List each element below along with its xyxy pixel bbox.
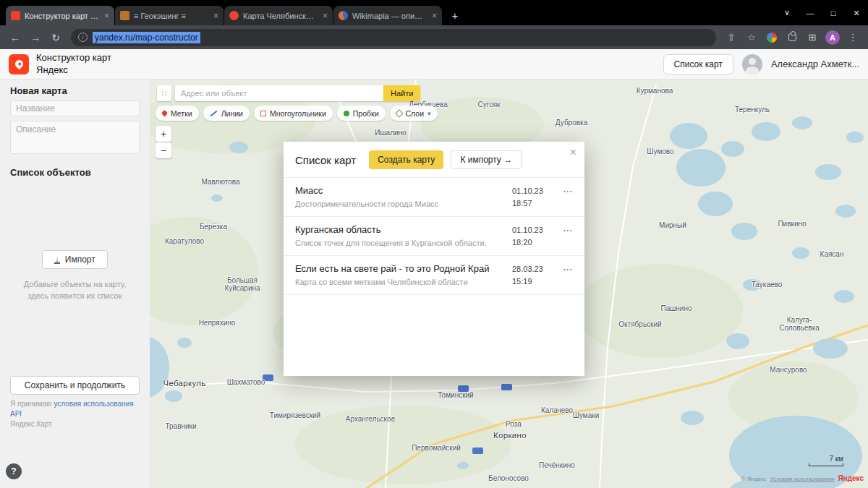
map-pin-icon	[13, 59, 25, 70]
hint-line1: Добавьте объекты на карту,	[10, 279, 140, 291]
maps-list-modal: × Список карт Создать карту К импорту → …	[284, 142, 584, 376]
extensions-puzzle-icon[interactable]	[783, 28, 801, 47]
tool-polygons[interactable]: Многоугольники	[254, 106, 333, 121]
close-window-button[interactable]: ×	[845, 0, 868, 25]
app-header: Конструктор карт Яндекс Список карт Алек…	[0, 49, 868, 80]
yandex-constructor-logo	[9, 54, 29, 74]
map-entry: Если есть на свете рай - то это Родной К…	[295, 263, 512, 286]
tool-lines[interactable]: Линии	[203, 106, 250, 121]
line-icon	[210, 110, 217, 116]
map-tools: Метки Линии Многоугольники Пробки Слои	[156, 106, 438, 121]
user-avatar[interactable]	[742, 54, 762, 74]
zoom-out-button[interactable]: −	[156, 142, 171, 158]
reading-list-panel-icon[interactable]: ⊞	[803, 28, 822, 47]
map-search-input[interactable]	[175, 85, 383, 101]
tab-close-icon[interactable]: ×	[323, 11, 328, 21]
map-name-input[interactable]	[10, 100, 140, 116]
map-site-favicon	[229, 11, 239, 20]
objects-list-heading: Список объектов	[10, 167, 140, 178]
empty-objects-hint: Добавьте объекты на карту, здесь появитс…	[10, 279, 140, 302]
extension-logo	[767, 33, 777, 43]
address-bar[interactable]: i yandex.ru/map-constructor	[71, 29, 716, 46]
reload-button[interactable]: ↻	[46, 28, 65, 47]
user-name[interactable]: Александр Ахметк...	[771, 59, 859, 69]
maps-list-button[interactable]: Список карт	[663, 54, 733, 74]
placemark-icon	[161, 110, 169, 117]
tool-placemarks[interactable]: Метки	[156, 106, 199, 121]
save-and-continue-button[interactable]: Сохранить и продолжить	[10, 376, 140, 395]
tool-traffic[interactable]: Пробки	[337, 106, 386, 121]
row-menu-icon[interactable]: ⋯	[554, 185, 573, 197]
window-controls: ∨ — □ ×	[775, 0, 868, 25]
maximize-button[interactable]: □	[822, 0, 845, 25]
tabs: Конструктор карт Яндекса × ≡ Геокэшинг ≡…	[0, 6, 467, 25]
back-button[interactable]: ←	[6, 28, 25, 47]
profile-avatar[interactable]: A	[823, 28, 842, 47]
modal-title: Список карт	[295, 154, 356, 166]
traffic-icon	[344, 111, 349, 116]
map-entry-time: 15:19	[512, 275, 554, 288]
terms-of-use-link[interactable]: Условия использования	[770, 476, 835, 482]
map-entry-datetime: 01.10.23 18:57	[512, 185, 554, 209]
map-entry-description: Список точек для посещения в Курганской …	[295, 239, 506, 247]
tab-close-icon[interactable]: ×	[432, 11, 437, 21]
help-button[interactable]: ?	[6, 463, 22, 479]
puzzle-shape	[788, 33, 796, 41]
map-entry-date: 01.10.23	[512, 224, 554, 236]
import-button[interactable]: ↓ Импорт	[42, 250, 107, 269]
map-search-row: ∷ Найти	[157, 85, 420, 101]
extension-colored-icon[interactable]	[762, 28, 781, 47]
map-entry-description: Достопримечательности города Миасс	[295, 200, 506, 208]
tool-label: Пробки	[353, 109, 379, 118]
map-description-input[interactable]	[10, 121, 140, 154]
table-row[interactable]: Миасс Достопримечательности города Миасс…	[284, 178, 584, 217]
site-info-icon[interactable]: i	[78, 33, 88, 42]
tab-close-icon[interactable]: ×	[104, 11, 109, 21]
profile-initial: A	[825, 30, 840, 45]
table-row[interactable]: Если есть на свете рай - то это Родной К…	[284, 256, 584, 295]
tab-close-icon[interactable]: ×	[213, 11, 218, 21]
forward-button[interactable]: →	[26, 28, 45, 47]
tab-geocaching[interactable]: ≡ Геокэшинг ≡ ×	[115, 6, 224, 25]
tab-search-chevron-icon[interactable]: ∨	[775, 0, 799, 25]
map-entry-date: 01.10.23	[512, 185, 554, 197]
new-map-heading: Новая карта	[10, 85, 140, 96]
find-button[interactable]: Найти	[383, 85, 420, 101]
tool-label: Слои	[406, 109, 425, 118]
share-icon[interactable]: ⇧	[722, 28, 741, 47]
polygon-icon	[260, 111, 266, 116]
terms-text: Я принимаю условия использования API Янд…	[10, 399, 140, 429]
tool-label: Многоугольники	[270, 109, 326, 118]
new-tab-button[interactable]: +	[446, 6, 464, 25]
map-entry-description: Карта со всеми метками Челябинской облас…	[295, 278, 506, 286]
app-title-line2: Яндекс	[36, 64, 111, 77]
yandex-brand-logo: Яндекс	[838, 474, 864, 482]
browser-window: Конструктор карт Яндекса × ≡ Геокэшинг ≡…	[0, 0, 868, 488]
map-entry-name: Миасс	[295, 185, 506, 196]
sidebar: Новая карта Список объектов ↓ Импорт Доб…	[0, 80, 150, 488]
tab-wikimapia[interactable]: Wikimapia — опишем весь мир ×	[333, 6, 442, 25]
table-row[interactable]: Курганская область Список точек для посе…	[284, 217, 584, 256]
bookmark-star-icon[interactable]: ☆	[742, 28, 761, 47]
copyright-text: © Яндекс	[741, 476, 767, 482]
modal-close-icon[interactable]: ×	[570, 147, 576, 158]
to-import-button[interactable]: К импорту →	[451, 150, 522, 169]
tab-map-constructor[interactable]: Конструктор карт Яндекса ×	[6, 6, 114, 25]
save-area: Сохранить и продолжить Я принимаю услови…	[10, 376, 140, 429]
row-menu-icon[interactable]: ⋯	[554, 263, 573, 275]
scale-label: 7 км	[829, 455, 843, 463]
tool-layers[interactable]: Слои ▾	[390, 106, 438, 121]
minimize-button[interactable]: —	[799, 0, 822, 25]
zoom-in-button[interactable]: +	[156, 126, 171, 142]
create-map-button[interactable]: Создать карту	[369, 150, 443, 169]
drag-handle-icon[interactable]: ∷	[157, 85, 171, 101]
map-entry-datetime: 01.10.23 18:20	[512, 224, 554, 248]
map-entry-name: Если есть на свете рай - то это Родной К…	[295, 263, 506, 274]
map-entry: Курганская область Список точек для посе…	[295, 224, 512, 247]
tab-chelyabinsk-map[interactable]: Карта Челябинска с улицами и ×	[224, 6, 333, 25]
app-title-line1: Конструктор карт	[36, 52, 111, 64]
browser-menu-icon[interactable]: ⋮	[843, 28, 862, 47]
tab-strip: Конструктор карт Яндекса × ≡ Геокэшинг ≡…	[0, 0, 868, 25]
tab-title: Карта Челябинска с улицами и	[243, 12, 318, 20]
row-menu-icon[interactable]: ⋯	[554, 224, 573, 236]
